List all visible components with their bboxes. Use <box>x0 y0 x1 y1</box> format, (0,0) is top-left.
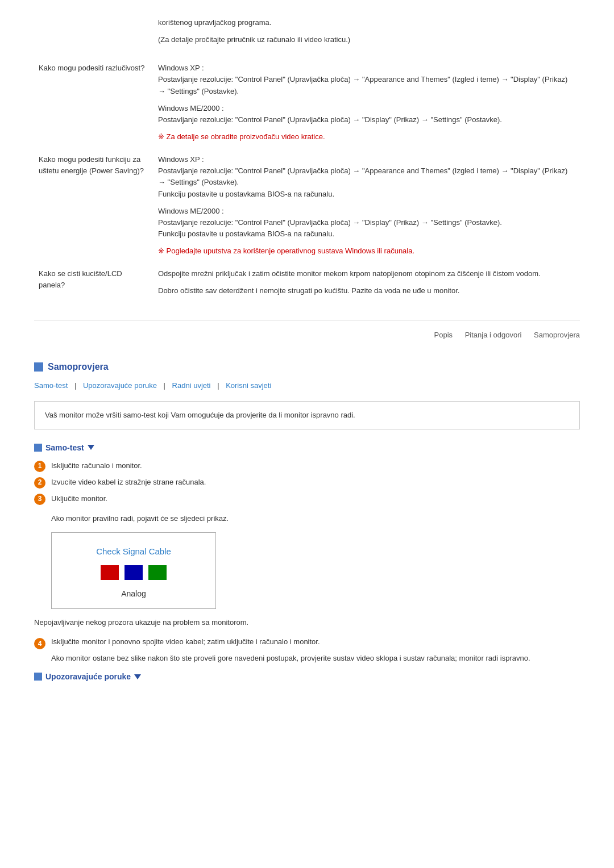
step-num-4: 4 <box>34 638 45 649</box>
upozoravajuce-triangle-icon <box>134 674 141 679</box>
faq-para: Odspojite mrežni priključak i zatim očis… <box>158 268 575 279</box>
faq-answer-2: Windows XP : Postavljanje rezolucije: "C… <box>154 148 580 262</box>
faq-para: korištenog upravljačkog programa. <box>158 17 575 28</box>
step-3: 3 Uključite monitor. <box>34 493 580 505</box>
color-sq-green <box>148 565 167 580</box>
faq-note-1: ※ Za detalje se obradite proizvođaču vid… <box>158 131 575 143</box>
step-2: 2 Izvucite video kabel iz stražnje stran… <box>34 477 580 489</box>
steps-list: 1 Isključite računalo i monitor. 2 Izvuc… <box>34 460 580 505</box>
upozoravajuce-title: Upozoravajuće poruke <box>45 672 131 681</box>
sub-nav-sep-3: | <box>217 381 221 390</box>
sub-nav: Samo-test | Upozoravajuće poruke | Radni… <box>34 381 580 390</box>
samo-test-title: Samo-test <box>45 443 84 452</box>
step4-subtext: Ako monitor ostane bez slike nakon što s… <box>51 653 580 664</box>
signal-analog-label: Analog <box>63 589 204 598</box>
faq-row-1: Kako mogu podesiti razlučivost? Windows … <box>34 57 580 148</box>
appearance-note: Nepojavljivanje nekog prozora ukazuje na… <box>34 617 580 628</box>
upozoravajuce-header: Upozoravajuće poruke <box>34 672 580 681</box>
page-container: korištenog upravljačkog programa. (Za de… <box>0 0 614 704</box>
faq-row-0: korištenog upravljačkog programa. (Za de… <box>34 11 580 57</box>
faq-row-2: Kako mogu podesiti funkciju za uštetu en… <box>34 148 580 262</box>
samo-test-icon <box>34 444 42 452</box>
sub-nav-sep-2: | <box>164 381 168 390</box>
sub-nav-samo-test[interactable]: Samo-test <box>34 381 68 390</box>
step-1: 1 Isključite računalo i monitor. <box>34 460 580 472</box>
faq-question-3: Kako se cisti kucište/LCD panela? <box>34 262 154 308</box>
upozoravajuce-icon <box>34 673 42 681</box>
faq-table: korištenog upravljačkog programa. (Za de… <box>34 11 580 308</box>
color-sq-red <box>101 565 119 580</box>
faq-question-0 <box>34 11 154 57</box>
samoprovjera-header: Samoprovjera <box>34 362 580 372</box>
step4-section: 4 Isključite monitor i ponovno spojite v… <box>34 637 580 664</box>
faq-section: korištenog upravljačkog programa. (Za de… <box>34 11 580 308</box>
samoprovjera-icon <box>34 362 43 372</box>
faq-answer-0: korištenog upravljačkog programa. (Za de… <box>154 11 580 57</box>
triangle-icon <box>88 445 94 450</box>
nav-footer-item-1[interactable]: Popis <box>434 331 453 339</box>
faq-para: Windows XP : Postavljanje rezolucije: "C… <box>158 154 575 200</box>
faq-answer-3: Odspojite mrežni priključak i zatim očis… <box>154 262 580 308</box>
step-text-1: Isključite računalo i monitor. <box>51 460 580 471</box>
faq-para: Dobro očistite sav deterdžent i nemojte … <box>158 285 575 297</box>
signal-cable-box: Check Signal Cable Analog <box>51 532 216 609</box>
signal-box-title: Check Signal Cable <box>63 546 204 556</box>
step3-subtext: Ako monitor pravilno radi, pojavit će se… <box>51 513 580 524</box>
color-squares <box>63 565 204 580</box>
faq-para: Windows ME/2000 : Postavljanje rezolucij… <box>158 206 575 240</box>
step-num-3: 3 <box>34 494 45 505</box>
faq-row-3: Kako se cisti kucište/LCD panela? Odspoj… <box>34 262 580 308</box>
step-num-2: 2 <box>34 477 45 489</box>
sub-nav-upozoravanje[interactable]: Upozoravajuće poruke <box>83 381 157 390</box>
color-sq-blue <box>125 565 143 580</box>
sub-nav-sep-1: | <box>74 381 78 390</box>
samo-test-header: Samo-test <box>34 443 580 452</box>
samoprovjera-title: Samoprovjera <box>48 362 109 372</box>
nav-footer: Popis Pitanja i odgovori Samoprovjera <box>34 320 580 345</box>
step-text-2: Izvucite video kabel iz stražnje strane … <box>51 477 580 488</box>
step-text-4: Isključite monitor i ponovno spojite vid… <box>51 637 580 646</box>
faq-note-2: ※ Pogledajte uputstva za korištenje oper… <box>158 245 575 257</box>
faq-para: Windows ME/2000 : Postavljanje rezolucij… <box>158 103 575 126</box>
faq-question-2: Kako mogu podesiti funkciju za uštetu en… <box>34 148 154 262</box>
faq-para: (Za detalje pročitajte priručnik uz raču… <box>158 34 575 45</box>
faq-answer-1: Windows XP : Postavljanje rezolucije: "C… <box>154 57 580 148</box>
nav-footer-item-2[interactable]: Pitanja i odgovori <box>465 331 522 339</box>
faq-question-1: Kako mogu podesiti razlučivost? <box>34 57 154 148</box>
info-box: Vaš monitor može vršiti samo-test koji V… <box>34 401 580 429</box>
nav-footer-item-3[interactable]: Samoprovjera <box>534 331 580 339</box>
sub-nav-radni-uvjeti[interactable]: Radni uvjeti <box>172 381 211 390</box>
sub-nav-korisni-savjeti[interactable]: Korisni savjeti <box>226 381 271 390</box>
step-text-3: Uključite monitor. <box>51 493 580 504</box>
faq-para: Windows XP : Postavljanje rezolucije: "C… <box>158 62 575 97</box>
step-num-1: 1 <box>34 461 45 472</box>
